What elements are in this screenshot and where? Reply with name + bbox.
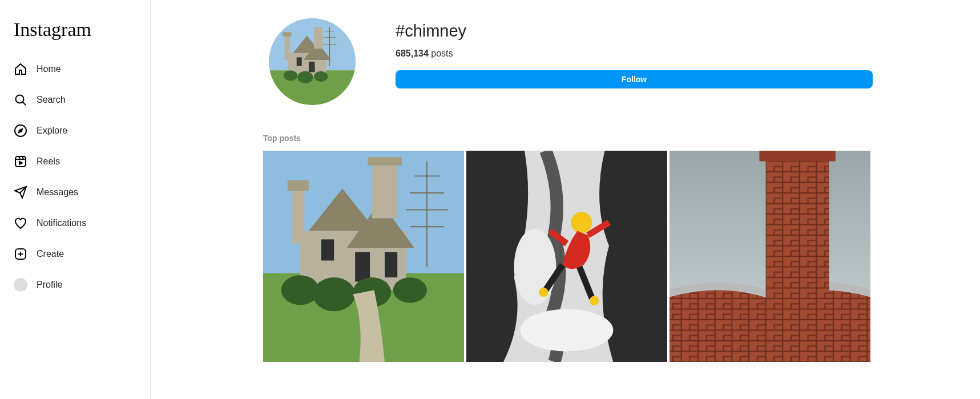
post-count-number: 685,134 [396,49,429,58]
svg-point-29 [281,275,320,305]
section-top-posts-label: Top posts [263,134,873,143]
svg-rect-25 [368,157,401,166]
nav-label: Home [37,64,61,74]
plus-square-icon [14,247,27,261]
nav-label: Create [37,249,64,259]
svg-point-34 [521,309,614,352]
nav-list: Home Search Explore Reels Messages [7,55,143,299]
svg-rect-9 [284,35,289,60]
svg-rect-26 [321,239,334,260]
nav-messages[interactable]: Messages [7,179,143,206]
svg-rect-11 [314,27,322,49]
hashtag-header: #chimney 685,134 posts Follow [263,18,873,105]
svg-point-16 [314,71,328,82]
svg-rect-22 [292,189,304,244]
post-tile[interactable] [670,151,870,362]
nav-home[interactable]: Home [7,55,143,83]
nav-create[interactable]: Create [7,240,143,268]
nav-label: Explore [37,126,67,136]
main-content: #chimney 685,134 posts Follow Top posts [151,0,980,399]
hashtag-avatar [269,18,356,105]
nav-notifications[interactable]: Notifications [7,209,143,237]
post-count: 685,134 posts [396,49,873,59]
svg-point-14 [284,70,297,80]
svg-rect-12 [297,57,302,66]
nav-profile[interactable]: Profile [7,271,143,299]
send-icon [14,186,27,199]
profile-avatar-icon [14,278,27,292]
svg-point-30 [313,277,355,311]
sidebar: Instagram Home Search Explore Reels [0,0,151,399]
heart-icon [14,216,27,230]
nav-reels[interactable]: Reels [7,148,143,175]
svg-rect-24 [372,163,397,218]
svg-point-37 [539,288,548,297]
svg-rect-23 [288,180,309,191]
svg-point-0 [16,95,24,103]
nav-label: Search [37,95,66,105]
post-tile[interactable] [263,151,464,362]
home-icon [14,62,27,76]
search-icon [14,93,27,107]
nav-label: Profile [37,280,62,290]
post-count-label: posts [431,49,453,58]
svg-rect-28 [385,252,397,277]
post-grid [263,151,873,362]
svg-point-36 [571,212,592,233]
follow-button[interactable]: Follow [396,70,873,88]
svg-rect-44 [760,151,836,162]
nav-label: Notifications [37,218,86,228]
svg-rect-13 [309,62,315,72]
nav-label: Messages [37,187,78,198]
svg-point-35 [514,229,556,305]
nav-explore[interactable]: Explore [7,117,143,144]
svg-point-32 [393,277,427,303]
svg-rect-27 [355,252,370,282]
svg-rect-43 [766,155,829,324]
hashtag-title: #chimney [396,22,873,41]
nav-search[interactable]: Search [7,86,143,114]
svg-rect-10 [283,32,291,37]
compass-icon [14,124,27,138]
post-tile[interactable] [466,151,667,362]
brand-logo[interactable]: Instagram [7,5,143,51]
svg-point-15 [297,71,313,83]
nav-label: Reels [37,156,60,167]
reels-icon [14,155,27,168]
svg-point-38 [590,296,599,305]
